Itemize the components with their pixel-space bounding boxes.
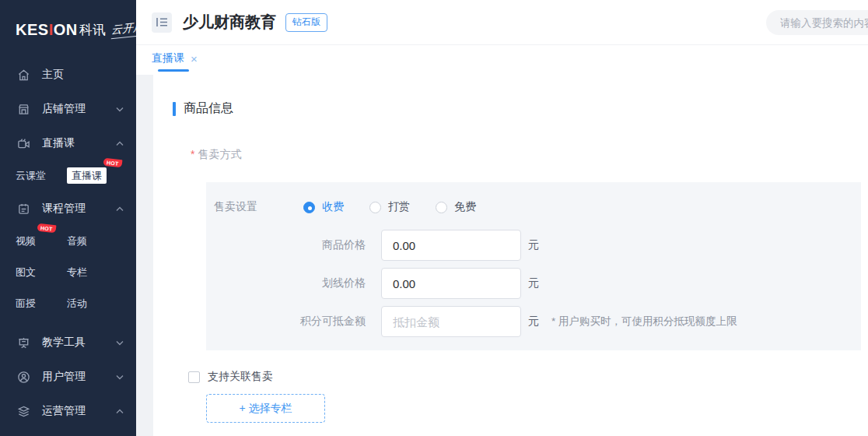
radio-unselected-icon (369, 202, 381, 213)
related-sale-label: 支持关联售卖 (208, 370, 273, 384)
brand-cn-text: 科讯 (79, 21, 106, 39)
chevron-down-icon (116, 340, 124, 346)
radio-paid[interactable]: 收费 (303, 200, 344, 214)
sidebar-item-label: 教学工具 (42, 336, 86, 350)
related-sale-row[interactable]: 支持关联售卖 (188, 370, 868, 384)
sidebar-item-label: 运营管理 (42, 404, 86, 418)
sidebar-item-live-course[interactable]: 直播课 (0, 126, 136, 160)
shop-icon (17, 103, 30, 116)
hot-badge: HOT (37, 223, 57, 233)
sale-type-radio-group: 收费 打赏 免费 (303, 200, 476, 214)
price-input[interactable] (381, 230, 521, 261)
sale-settings-panel: 售卖设置 收费 打赏 免费 (206, 182, 861, 350)
sidebar-item-label: 主页 (42, 68, 64, 82)
section-header: 商品信息 (173, 100, 868, 117)
radio-label: 免费 (454, 200, 476, 214)
sidebar-subitem-live-course-active[interactable]: 直播课 HOT (67, 169, 107, 183)
sidebar-subitem-column[interactable]: 专栏 (67, 265, 87, 280)
radio-reward[interactable]: 打赏 (369, 200, 410, 214)
unit-yuan: 元 (528, 276, 539, 290)
topbar: 少儿财商教育 钻石版 (136, 0, 868, 45)
points-label: 积分可抵金额 (214, 315, 366, 329)
hot-badge: HOT (103, 158, 123, 167)
price-row: 商品价格 元 (214, 230, 861, 261)
sidebar-item-teaching-tools[interactable]: 教学工具 (0, 325, 136, 360)
sidebar-item-label: 直播课 (42, 136, 75, 150)
sidebar-item-operations[interactable]: 运营管理 (0, 394, 136, 428)
course-submenu-row: 面授 活动 (0, 288, 136, 319)
sidebar-item-home[interactable]: 主页 (0, 58, 136, 92)
sale-method-label: 售卖方式 (198, 148, 241, 160)
radio-label: 打赏 (388, 200, 410, 214)
section-title: 商品信息 (184, 100, 233, 117)
live-course-icon (17, 137, 30, 150)
tabbar: 直播课 × (136, 45, 868, 75)
product-info-card: 商品信息 *售卖方式 售卖设置 收费 打赏 (153, 75, 868, 436)
sale-method-label-row: *售卖方式 (191, 148, 868, 162)
sidebar-item-user-management[interactable]: 用户管理 (0, 360, 136, 394)
logo: KESION 科讯 云开店 (0, 0, 136, 47)
price-label: 商品价格 (214, 238, 366, 252)
points-row: 积分可抵金额 元 * 用户购买时，可使用积分抵现额度上限 (214, 306, 861, 337)
main-area: 少儿财商教育 钻石版 直播课 × 商品信息 *售卖方式 售卖设置 (136, 0, 868, 436)
operations-submenu: 朋友圈动态 社群管理 (0, 428, 136, 436)
sidebar-subitem-offline[interactable]: 面授 (16, 297, 67, 311)
course-icon (17, 202, 30, 216)
sidebar-subitem-audio[interactable]: 音频 (67, 234, 87, 248)
sidebar-item-label: 店铺管理 (42, 102, 86, 116)
section-accent-bar (173, 102, 176, 116)
sidebar-item-course-management[interactable]: 课程管理 (0, 192, 136, 226)
brand-script-text: 云开店 (110, 20, 136, 40)
sidebar-item-label: 课程管理 (42, 202, 86, 216)
live-course-submenu: 云课堂 直播课 HOT (0, 160, 136, 192)
sidebar-subitem-cloud-classroom[interactable]: 云课堂 (16, 169, 67, 183)
points-hint: * 用户购买时，可使用积分抵现额度上限 (551, 315, 737, 329)
strike-price-row: 划线价格 元 (214, 268, 861, 299)
points-input[interactable] (381, 306, 521, 337)
operations-icon (17, 405, 30, 418)
sidebar: KESION 科讯 云开店 主页 店铺管理 直播课 (0, 0, 136, 436)
chevron-down-icon (116, 374, 124, 380)
chevron-up-icon (116, 409, 124, 414)
chevron-up-icon (116, 141, 124, 146)
page-title: 少儿财商教育 (183, 12, 276, 33)
sale-setting-label: 售卖设置 (214, 200, 303, 214)
close-tab-icon[interactable]: × (191, 53, 198, 65)
sidebar-nav: 主页 店铺管理 直播课 云课堂 直播课 (0, 58, 136, 436)
search-input[interactable] (766, 10, 868, 35)
tab-active-underline (158, 69, 189, 72)
required-mark: * (191, 148, 194, 160)
sidebar-subitem-video[interactable]: 视频 HOT (16, 234, 67, 248)
sidebar-item-shop[interactable]: 店铺管理 (0, 92, 136, 126)
course-submenu-row: 视频 HOT 音频 (0, 226, 136, 257)
unit-yuan: 元 (528, 315, 539, 329)
brand-text: KESION (16, 21, 78, 39)
checkbox-unchecked-icon[interactable] (188, 371, 200, 383)
select-column-button[interactable]: + 选择专栏 (206, 394, 325, 423)
user-icon (17, 371, 30, 384)
radio-label: 收费 (322, 200, 344, 214)
course-submenu-row: 图文 专栏 (0, 257, 136, 288)
radio-unselected-icon (436, 202, 447, 213)
radio-free[interactable]: 免费 (436, 200, 476, 214)
chevron-up-icon (116, 206, 124, 212)
strike-price-input[interactable] (381, 268, 521, 299)
radio-selected-icon (303, 202, 315, 213)
tab-label: 直播课 (152, 51, 184, 65)
strike-price-label: 划线价格 (214, 276, 366, 290)
sidebar-subitem-activity[interactable]: 活动 (67, 297, 87, 311)
unit-yuan: 元 (528, 238, 539, 252)
home-icon (17, 69, 30, 82)
sidebar-item-label: 用户管理 (42, 370, 86, 384)
menu-fold-icon[interactable] (152, 12, 172, 33)
chevron-down-icon (116, 107, 124, 112)
content-area: 商品信息 *售卖方式 售卖设置 收费 打赏 (136, 75, 868, 436)
tab-live-course[interactable]: 直播课 × (152, 51, 198, 73)
version-badge: 钻石版 (285, 13, 327, 32)
tools-icon (17, 336, 30, 350)
sidebar-subitem-article[interactable]: 图文 (16, 265, 67, 280)
sale-setting-row: 售卖设置 收费 打赏 免费 (214, 192, 861, 223)
